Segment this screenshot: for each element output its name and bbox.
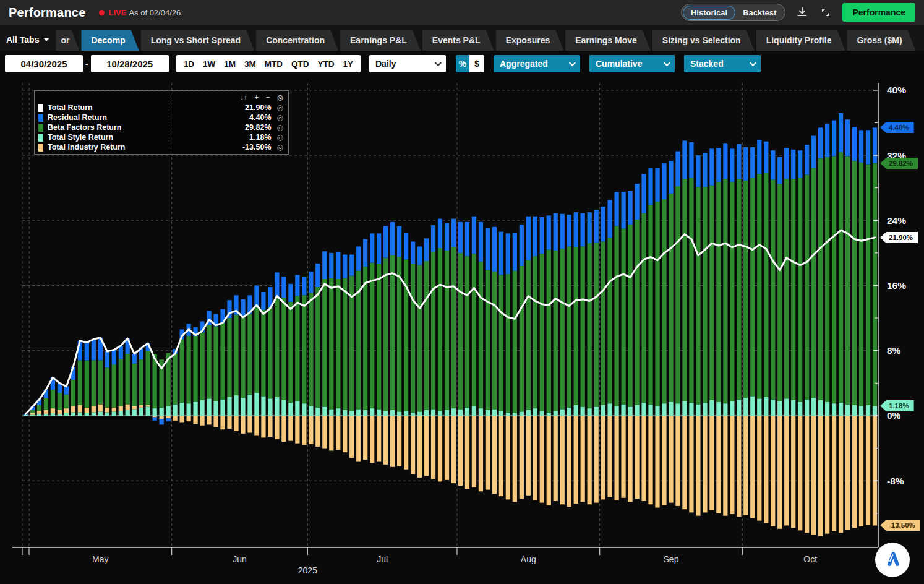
legend-row-beta-factors-return[interactable]: Beta Factors Return29.82%◎ — [35, 122, 288, 132]
eye-icon[interactable]: ◎ — [277, 113, 283, 122]
svg-text:Aug: Aug — [521, 554, 536, 564]
as-of-timestamp: As of 02/04/26. — [129, 8, 182, 17]
legend-swatch — [38, 104, 43, 112]
tab-partial[interactable]: or — [56, 30, 79, 51]
legend-divider — [169, 91, 169, 154]
aggregation-value: Aggregated — [500, 59, 548, 69]
live-dot-icon — [99, 10, 105, 15]
eye-icon[interactable]: ◎ — [277, 103, 283, 112]
tab-events-p-l[interactable]: Events P&L — [422, 30, 494, 51]
eye-icon[interactable]: ◎ — [277, 123, 283, 132]
header-bar: Performance LIVE As of 02/04/26. Histori… — [0, 0, 924, 25]
app-logo[interactable] — [875, 543, 910, 577]
svg-text:2025: 2025 — [298, 565, 317, 575]
axis-value-tag: 29.82% — [880, 158, 918, 169]
toggle-historical[interactable]: Historical — [683, 6, 735, 20]
all-tabs-dropdown[interactable]: All Tabs — [0, 35, 56, 51]
svg-text:Jul: Jul — [377, 554, 388, 564]
minimize-icon[interactable]: − — [266, 94, 270, 101]
percent-button[interactable]: % — [456, 55, 469, 72]
tab-long-vs-short-spread[interactable]: Long vs Short Spread — [141, 30, 254, 51]
live-indicator: LIVE — [99, 8, 126, 17]
tab-liquidity-profile[interactable]: Liquidity Profile — [756, 30, 845, 51]
chevron-down-icon — [569, 59, 576, 66]
legend-series-name: Total Industry Return — [48, 143, 125, 152]
period-1m[interactable]: 1M — [224, 59, 236, 69]
period-selector: 1D1W1M3MMTDQTDYTD1Y — [176, 55, 361, 72]
stacking-select[interactable]: Stacked — [684, 55, 761, 72]
tab-concentration[interactable]: Concentration — [256, 30, 338, 51]
svg-text:40%: 40% — [887, 85, 906, 95]
period-3m[interactable]: 3M — [244, 59, 256, 69]
tab-bar: All Tabs or DecompLong vs Short SpreadCo… — [0, 25, 924, 51]
chevron-down-icon — [664, 59, 670, 66]
period-1d[interactable]: 1D — [184, 59, 194, 69]
legend-swatch — [38, 114, 43, 122]
legend-swatch — [38, 144, 43, 152]
legend-series-value: 1.18% — [249, 133, 271, 142]
cumulative-value: Cumulative — [596, 59, 642, 69]
toggle-backtest[interactable]: Backtest — [735, 6, 784, 19]
svg-text:May: May — [92, 554, 108, 564]
tab-gross-m[interactable]: Gross ($M) — [847, 30, 915, 51]
historical-backtest-toggle: Historical Backtest — [681, 4, 785, 21]
legend-series-value: -13.50% — [242, 143, 272, 152]
frequency-select[interactable]: Daily — [369, 55, 446, 72]
svg-text:Sep: Sep — [664, 554, 679, 564]
aggregation-select[interactable]: Aggregated — [494, 55, 580, 72]
frequency-value: Daily — [375, 59, 396, 69]
move-icon[interactable]: + — [255, 94, 259, 101]
legend-series-name: Beta Factors Return — [48, 123, 121, 132]
period-1y[interactable]: 1Y — [343, 59, 353, 69]
tab-earnings-move[interactable]: Earnings Move — [565, 30, 651, 51]
date-to-input[interactable] — [91, 55, 169, 72]
sort-icon[interactable]: ↓↑ — [241, 94, 247, 101]
legend-swatch — [38, 134, 43, 142]
logo-a-icon — [880, 548, 905, 572]
performance-button[interactable]: Performance — [842, 3, 915, 22]
tab-sizing-vs-selection[interactable]: Sizing vs Selection — [652, 30, 755, 51]
period-ytd[interactable]: YTD — [317, 59, 334, 69]
legend-toolbar: ↓↑ + − ◎ — [35, 92, 288, 103]
chevron-down-icon — [43, 38, 49, 41]
chevron-down-icon — [435, 59, 442, 66]
svg-text:8%: 8% — [887, 345, 901, 356]
legend-row-residual-return[interactable]: Residual Return4.40%◎ — [35, 113, 288, 122]
period-mtd[interactable]: MTD — [265, 59, 283, 69]
axis-value-tag: 4.40% — [880, 122, 914, 133]
svg-text:16%: 16% — [887, 280, 906, 291]
tab-exposures[interactable]: Exposures — [496, 30, 564, 51]
eye-icon[interactable]: ◎ — [277, 133, 283, 142]
legend-series-value: 29.82% — [245, 123, 271, 132]
svg-text:24%: 24% — [887, 215, 906, 226]
date-from-input[interactable] — [5, 55, 83, 72]
legend-row-total-style-return[interactable]: Total Style Return1.18%◎ — [35, 132, 288, 142]
tab-decomp[interactable]: Decomp — [81, 30, 139, 51]
unit-toggle: % $ — [456, 55, 484, 72]
axis-value-tag: -13.50% — [880, 520, 920, 531]
chevron-down-icon — [750, 59, 756, 66]
period-1w[interactable]: 1W — [203, 59, 215, 69]
page-title: Performance — [9, 6, 85, 20]
eye-icon[interactable]: ◎ — [277, 143, 283, 152]
cumulative-select[interactable]: Cumulative — [589, 55, 675, 72]
performance-chart: 40%32%24%16%8%0%-8%MayJunJulAugSepOct202… — [0, 0, 924, 584]
legend-row-total-industry-return[interactable]: Total Industry Return-13.50%◎ — [35, 142, 288, 152]
svg-text:Jun: Jun — [233, 554, 247, 564]
legend-series-value: 21.90% — [245, 103, 271, 112]
legend-swatch — [38, 124, 43, 132]
dollar-button[interactable]: $ — [469, 55, 484, 72]
eye-icon[interactable]: ◎ — [277, 94, 283, 101]
expand-icon[interactable] — [819, 6, 832, 19]
download-icon[interactable] — [795, 6, 809, 19]
legend-series-name: Residual Return — [48, 113, 107, 122]
tab-earnings-p-l[interactable]: Earnings P&L — [340, 30, 421, 51]
axis-value-tag: 1.18% — [880, 400, 914, 411]
legend-series-name: Total Return — [48, 103, 93, 112]
stacking-value: Stacked — [690, 59, 724, 69]
svg-text:Oct: Oct — [803, 554, 817, 564]
legend-row-total-return[interactable]: Total Return21.90%◎ — [35, 103, 288, 113]
axis-value-tag: 21.90% — [880, 232, 918, 243]
period-qtd[interactable]: QTD — [291, 59, 309, 69]
legend-series-name: Total Style Return — [48, 133, 113, 142]
